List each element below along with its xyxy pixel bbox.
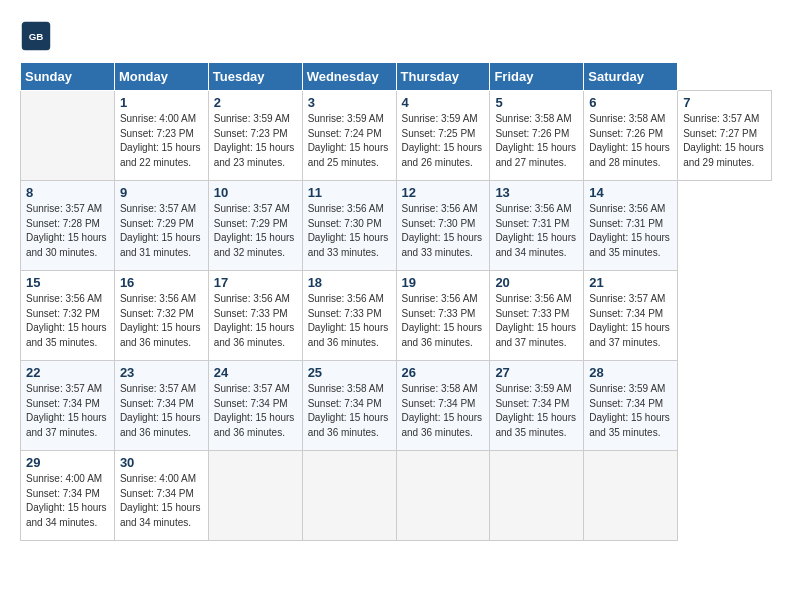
calendar-week-4: 22Sunrise: 3:57 AMSunset: 7:34 PMDayligh… [21,361,772,451]
page-header: GB [20,20,772,52]
day-info: Sunrise: 3:56 AMSunset: 7:32 PMDaylight:… [120,292,203,350]
day-info: Sunrise: 3:58 AMSunset: 7:34 PMDaylight:… [402,382,485,440]
day-info: Sunrise: 3:57 AMSunset: 7:34 PMDaylight:… [120,382,203,440]
calendar-day-17: 17Sunrise: 3:56 AMSunset: 7:33 PMDayligh… [208,271,302,361]
day-number: 18 [308,275,391,290]
header-saturday: Saturday [584,63,678,91]
calendar-day-9: 9Sunrise: 3:57 AMSunset: 7:29 PMDaylight… [114,181,208,271]
day-info: Sunrise: 3:57 AMSunset: 7:28 PMDaylight:… [26,202,109,260]
calendar-day-16: 16Sunrise: 3:56 AMSunset: 7:32 PMDayligh… [114,271,208,361]
calendar-day-29: 29Sunrise: 4:00 AMSunset: 7:34 PMDayligh… [21,451,115,541]
day-info: Sunrise: 3:57 AMSunset: 7:27 PMDaylight:… [683,112,766,170]
day-number: 9 [120,185,203,200]
calendar-day-18: 18Sunrise: 3:56 AMSunset: 7:33 PMDayligh… [302,271,396,361]
logo: GB [20,20,56,52]
day-number: 2 [214,95,297,110]
day-info: Sunrise: 3:56 AMSunset: 7:32 PMDaylight:… [26,292,109,350]
calendar-day-25: 25Sunrise: 3:58 AMSunset: 7:34 PMDayligh… [302,361,396,451]
calendar-day-empty [490,451,584,541]
header-monday: Monday [114,63,208,91]
day-number: 16 [120,275,203,290]
calendar-day-26: 26Sunrise: 3:58 AMSunset: 7:34 PMDayligh… [396,361,490,451]
header-tuesday: Tuesday [208,63,302,91]
day-info: Sunrise: 3:57 AMSunset: 7:34 PMDaylight:… [26,382,109,440]
calendar-day-empty [208,451,302,541]
day-number: 1 [120,95,203,110]
calendar-day-10: 10Sunrise: 3:57 AMSunset: 7:29 PMDayligh… [208,181,302,271]
day-number: 15 [26,275,109,290]
day-info: Sunrise: 3:59 AMSunset: 7:34 PMDaylight:… [495,382,578,440]
calendar-day-1: 1Sunrise: 4:00 AMSunset: 7:23 PMDaylight… [114,91,208,181]
day-info: Sunrise: 3:56 AMSunset: 7:30 PMDaylight:… [308,202,391,260]
day-info: Sunrise: 4:00 AMSunset: 7:34 PMDaylight:… [26,472,109,530]
day-info: Sunrise: 3:56 AMSunset: 7:31 PMDaylight:… [495,202,578,260]
day-info: Sunrise: 3:57 AMSunset: 7:29 PMDaylight:… [120,202,203,260]
day-number: 30 [120,455,203,470]
calendar-day-empty [21,91,115,181]
day-number: 6 [589,95,672,110]
day-number: 22 [26,365,109,380]
day-info: Sunrise: 3:59 AMSunset: 7:25 PMDaylight:… [402,112,485,170]
calendar-day-7: 7Sunrise: 3:57 AMSunset: 7:27 PMDaylight… [678,91,772,181]
calendar-day-6: 6Sunrise: 3:58 AMSunset: 7:26 PMDaylight… [584,91,678,181]
calendar-day-22: 22Sunrise: 3:57 AMSunset: 7:34 PMDayligh… [21,361,115,451]
calendar-day-23: 23Sunrise: 3:57 AMSunset: 7:34 PMDayligh… [114,361,208,451]
calendar-table: SundayMondayTuesdayWednesdayThursdayFrid… [20,62,772,541]
day-number: 3 [308,95,391,110]
day-number: 21 [589,275,672,290]
day-info: Sunrise: 4:00 AMSunset: 7:34 PMDaylight:… [120,472,203,530]
day-info: Sunrise: 3:56 AMSunset: 7:31 PMDaylight:… [589,202,672,260]
calendar-header-row: SundayMondayTuesdayWednesdayThursdayFrid… [21,63,772,91]
day-info: Sunrise: 3:56 AMSunset: 7:33 PMDaylight:… [308,292,391,350]
day-info: Sunrise: 3:56 AMSunset: 7:30 PMDaylight:… [402,202,485,260]
calendar-day-30: 30Sunrise: 4:00 AMSunset: 7:34 PMDayligh… [114,451,208,541]
day-number: 26 [402,365,485,380]
day-number: 24 [214,365,297,380]
day-info: Sunrise: 4:00 AMSunset: 7:23 PMDaylight:… [120,112,203,170]
calendar-day-2: 2Sunrise: 3:59 AMSunset: 7:23 PMDaylight… [208,91,302,181]
day-number: 14 [589,185,672,200]
day-number: 10 [214,185,297,200]
day-number: 12 [402,185,485,200]
header-friday: Friday [490,63,584,91]
calendar-day-12: 12Sunrise: 3:56 AMSunset: 7:30 PMDayligh… [396,181,490,271]
day-number: 4 [402,95,485,110]
calendar-day-21: 21Sunrise: 3:57 AMSunset: 7:34 PMDayligh… [584,271,678,361]
calendar-day-24: 24Sunrise: 3:57 AMSunset: 7:34 PMDayligh… [208,361,302,451]
day-number: 13 [495,185,578,200]
day-number: 17 [214,275,297,290]
day-number: 29 [26,455,109,470]
calendar-day-empty [584,451,678,541]
header-wednesday: Wednesday [302,63,396,91]
day-info: Sunrise: 3:59 AMSunset: 7:24 PMDaylight:… [308,112,391,170]
calendar-day-8: 8Sunrise: 3:57 AMSunset: 7:28 PMDaylight… [21,181,115,271]
day-number: 25 [308,365,391,380]
svg-text:GB: GB [29,31,44,42]
calendar-week-3: 15Sunrise: 3:56 AMSunset: 7:32 PMDayligh… [21,271,772,361]
day-number: 11 [308,185,391,200]
calendar-week-5: 29Sunrise: 4:00 AMSunset: 7:34 PMDayligh… [21,451,772,541]
calendar-day-28: 28Sunrise: 3:59 AMSunset: 7:34 PMDayligh… [584,361,678,451]
calendar-day-4: 4Sunrise: 3:59 AMSunset: 7:25 PMDaylight… [396,91,490,181]
calendar-week-2: 8Sunrise: 3:57 AMSunset: 7:28 PMDaylight… [21,181,772,271]
day-info: Sunrise: 3:59 AMSunset: 7:23 PMDaylight:… [214,112,297,170]
calendar-day-14: 14Sunrise: 3:56 AMSunset: 7:31 PMDayligh… [584,181,678,271]
day-info: Sunrise: 3:58 AMSunset: 7:26 PMDaylight:… [495,112,578,170]
day-number: 20 [495,275,578,290]
day-info: Sunrise: 3:56 AMSunset: 7:33 PMDaylight:… [214,292,297,350]
calendar-day-5: 5Sunrise: 3:58 AMSunset: 7:26 PMDaylight… [490,91,584,181]
day-info: Sunrise: 3:58 AMSunset: 7:26 PMDaylight:… [589,112,672,170]
day-number: 19 [402,275,485,290]
day-number: 8 [26,185,109,200]
day-info: Sunrise: 3:57 AMSunset: 7:29 PMDaylight:… [214,202,297,260]
calendar-day-19: 19Sunrise: 3:56 AMSunset: 7:33 PMDayligh… [396,271,490,361]
calendar-day-empty [396,451,490,541]
day-number: 23 [120,365,203,380]
day-info: Sunrise: 3:56 AMSunset: 7:33 PMDaylight:… [495,292,578,350]
calendar-day-15: 15Sunrise: 3:56 AMSunset: 7:32 PMDayligh… [21,271,115,361]
day-info: Sunrise: 3:59 AMSunset: 7:34 PMDaylight:… [589,382,672,440]
day-number: 7 [683,95,766,110]
header-thursday: Thursday [396,63,490,91]
logo-icon: GB [20,20,52,52]
day-info: Sunrise: 3:56 AMSunset: 7:33 PMDaylight:… [402,292,485,350]
